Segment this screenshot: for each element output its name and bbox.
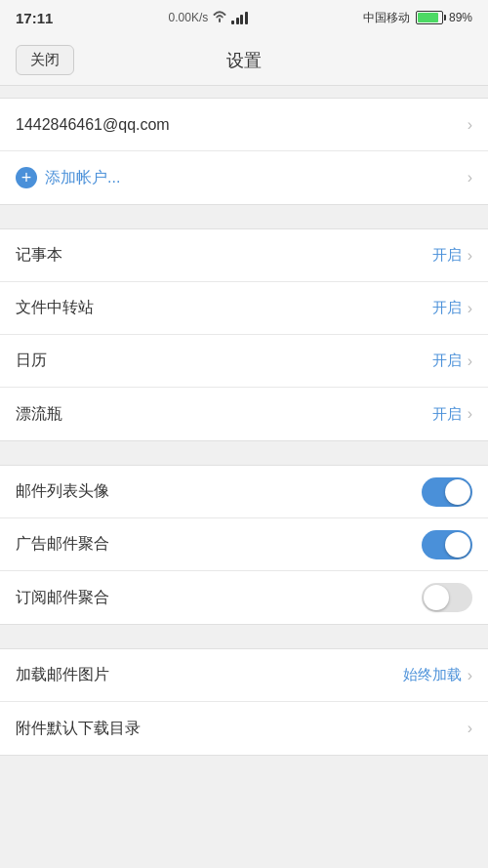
notepad-label: 记事本 [16, 245, 62, 266]
mail-avatar-toggle[interactable] [422, 477, 472, 507]
email-account-row[interactable]: 1442846461@qq.com › [0, 99, 488, 151]
chevron-right-icon: › [468, 169, 472, 186]
ad-mail-label: 广告邮件聚合 [16, 534, 109, 555]
file-transfer-value: 开启 [432, 299, 462, 317]
add-account-label: 添加帐户... [45, 168, 120, 188]
gap-3 [0, 453, 488, 465]
header: 关闭 设置 [0, 35, 488, 86]
chevron-right-icon: › [468, 300, 472, 317]
chevron-right-icon: › [468, 116, 472, 134]
notepad-right: 开启 › [432, 246, 472, 265]
add-account-left: + 添加帐户... [16, 167, 120, 188]
load-mail-image-label: 加载邮件图片 [16, 665, 109, 685]
gap-1 [0, 86, 488, 98]
calendar-right: 开启 › [432, 351, 472, 370]
account-section: 1442846461@qq.com › + 添加帐户... › [0, 98, 488, 205]
chevron-right-icon: › [468, 667, 472, 684]
battery-percent: 89% [449, 11, 472, 24]
cellular-signal-icon [231, 11, 248, 24]
status-bar: 17:11 0.00K/s 中国移动 89% [0, 0, 488, 35]
toggle-knob [445, 532, 470, 558]
load-mail-image-row[interactable]: 加载邮件图片 始终加载 › [0, 649, 488, 702]
drift-bottle-row[interactable]: 漂流瓶 开启 › [0, 388, 488, 440]
subscription-mail-toggle[interactable] [422, 583, 472, 612]
add-icon: + [16, 167, 37, 188]
page-title: 设置 [226, 49, 262, 72]
signal-icon [212, 10, 227, 25]
status-center: 0.00K/s [169, 10, 248, 25]
bottom-section: 加载邮件图片 始终加载 › 附件默认下载目录 › [0, 648, 488, 756]
chevron-right-icon: › [468, 247, 472, 265]
carrier-name: 中国移动 [363, 10, 410, 26]
ad-mail-toggle[interactable] [422, 530, 472, 559]
load-mail-image-value: 始终加载 [403, 666, 462, 684]
gap-2 [0, 217, 488, 228]
gap-4 [0, 637, 488, 648]
email-address: 1442846461@qq.com [16, 116, 170, 134]
subscription-mail-label: 订阅邮件聚合 [16, 588, 109, 608]
attachment-dir-right: › [468, 720, 472, 737]
status-right: 中国移动 89% [363, 10, 472, 26]
calendar-row[interactable]: 日历 开启 › [0, 335, 488, 388]
chevron-right-icon: › [468, 720, 472, 737]
chevron-right-icon: › [468, 405, 472, 423]
notepad-row[interactable]: 记事本 开启 › [0, 229, 488, 282]
toggle-section: 邮件列表头像 广告邮件聚合 订阅邮件聚合 [0, 465, 488, 625]
load-mail-image-right: 始终加载 › [403, 666, 472, 684]
network-speed: 0.00K/s [169, 11, 209, 24]
drift-bottle-value: 开启 [432, 405, 462, 424]
attachment-dir-row[interactable]: 附件默认下载目录 › [0, 702, 488, 755]
status-time: 17:11 [16, 10, 53, 26]
battery-icon [416, 11, 443, 24]
ad-mail-row[interactable]: 广告邮件聚合 [0, 518, 488, 571]
subscription-mail-row[interactable]: 订阅邮件聚合 [0, 571, 488, 624]
features-section: 记事本 开启 › 文件中转站 开启 › 日历 开启 › 漂流瓶 开启 › [0, 228, 488, 441]
notepad-value: 开启 [432, 246, 462, 265]
calendar-label: 日历 [16, 351, 47, 371]
toggle-knob [424, 585, 449, 610]
drift-bottle-right: 开启 › [432, 405, 472, 424]
chevron-right-icon: › [468, 352, 472, 370]
mail-avatar-row[interactable]: 邮件列表头像 [0, 466, 488, 518]
calendar-value: 开启 [432, 351, 462, 370]
file-transfer-row[interactable]: 文件中转站 开启 › [0, 282, 488, 335]
attachment-dir-label: 附件默认下载目录 [16, 719, 141, 739]
toggle-knob [445, 479, 470, 505]
file-transfer-right: 开启 › [432, 299, 472, 317]
close-button[interactable]: 关闭 [16, 45, 74, 75]
mail-avatar-label: 邮件列表头像 [16, 481, 109, 502]
add-account-row[interactable]: + 添加帐户... › [0, 151, 488, 204]
drift-bottle-label: 漂流瓶 [16, 404, 62, 425]
file-transfer-label: 文件中转站 [16, 298, 94, 318]
